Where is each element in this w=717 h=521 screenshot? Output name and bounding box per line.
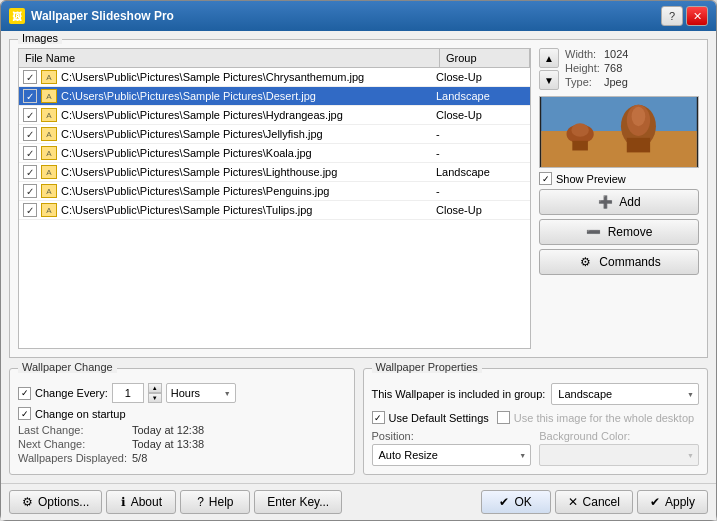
table-row[interactable]: ✓AC:\Users\Public\Pictures\Sample Pictur… [19, 106, 530, 125]
file-checkbox[interactable]: ✓ [23, 146, 37, 160]
col-filename: File Name [19, 49, 440, 67]
change-every-spinner: ▲ ▼ [148, 383, 162, 403]
table-row[interactable]: ✓AC:\Users\Public\Pictures\Sample Pictur… [19, 144, 530, 163]
bottom-sections: Wallpaper Change ✓ Change Every: ▲ ▼ Hou… [9, 368, 708, 475]
gear-icon: ⚙ [577, 254, 593, 270]
file-name: C:\Users\Public\Pictures\Sample Pictures… [61, 166, 436, 178]
svg-point-4 [632, 107, 646, 126]
help-button[interactable]: ? Help [180, 490, 250, 514]
show-preview-checkbox[interactable]: ✓ [539, 172, 552, 185]
change-on-startup-row: ✓ Change on startup [18, 407, 346, 420]
last-change-row: Last Change: Today at 12:38 [18, 424, 346, 436]
position-dropdown[interactable]: Auto Resize [372, 444, 532, 466]
info-arrows-row: ▲ ▼ Width: 1024 Height: 768 [539, 48, 699, 92]
remove-button[interactable]: ➖ Remove [539, 219, 699, 245]
add-label: Add [619, 195, 640, 209]
cancel-icon: ✕ [568, 495, 578, 509]
images-inner: File Name Group ✓AC:\Users\Public\Pictur… [18, 48, 699, 349]
file-group: - [436, 147, 526, 159]
file-name: C:\Users\Public\Pictures\Sample Pictures… [61, 71, 436, 83]
use-default-label: Use Default Settings [389, 412, 489, 424]
table-row[interactable]: ✓AC:\Users\Public\Pictures\Sample Pictur… [19, 163, 530, 182]
file-name: C:\Users\Public\Pictures\Sample Pictures… [61, 90, 436, 102]
change-every-label: Change Every: [35, 387, 108, 399]
change-every-row: ✓ Change Every: ▲ ▼ Hours [18, 383, 346, 403]
table-row[interactable]: ✓AC:\Users\Public\Pictures\Sample Pictur… [19, 68, 530, 87]
change-on-startup-checkbox[interactable]: ✓ [18, 407, 31, 420]
file-type-icon: A [41, 165, 57, 179]
spin-up[interactable]: ▲ [148, 383, 162, 393]
file-group: - [436, 128, 526, 140]
svg-point-7 [571, 123, 589, 137]
file-type-icon: A [41, 146, 57, 160]
file-list[interactable]: ✓AC:\Users\Public\Pictures\Sample Pictur… [18, 67, 531, 349]
footer: ⚙ Options... ℹ About ? Help Enter Key...… [1, 483, 716, 520]
apply-button[interactable]: ✔ Apply [637, 490, 708, 514]
add-button[interactable]: ➕ Add [539, 189, 699, 215]
main-content: Images File Name Group ✓AC:\Users\Public… [1, 31, 716, 483]
arrows-col: ▲ ▼ [539, 48, 559, 90]
title-bar: 🖼 Wallpaper Slideshow Pro ? ✕ [1, 1, 716, 31]
props-row: Position: Auto Resize Background Color: [372, 430, 700, 466]
help-titlebar-button[interactable]: ? [661, 6, 683, 26]
file-name: C:\Users\Public\Pictures\Sample Pictures… [61, 185, 436, 197]
images-section: Images File Name Group ✓AC:\Users\Public… [9, 39, 708, 358]
wallpaper-props-label: Wallpaper Properties [372, 361, 482, 373]
ok-button[interactable]: ✔ OK [481, 490, 551, 514]
title-bar-left: 🖼 Wallpaper Slideshow Pro [9, 8, 174, 24]
use-default-checkbox[interactable]: ✓ [372, 411, 385, 424]
file-checkbox[interactable]: ✓ [23, 127, 37, 141]
table-row[interactable]: ✓AC:\Users\Public\Pictures\Sample Pictur… [19, 201, 530, 220]
file-name: C:\Users\Public\Pictures\Sample Pictures… [61, 204, 436, 216]
file-checkbox[interactable]: ✓ [23, 184, 37, 198]
move-up-button[interactable]: ▲ [539, 48, 559, 68]
file-group: Close-Up [436, 109, 526, 121]
options-icon: ⚙ [22, 495, 33, 509]
table-row[interactable]: ✓AC:\Users\Public\Pictures\Sample Pictur… [19, 125, 530, 144]
use-this-image-label: Use this image for the whole desktop [514, 412, 694, 424]
props-checkboxes: ✓ Use Default Settings ✓ Use this image … [372, 411, 700, 424]
bg-color-dropdown [539, 444, 699, 466]
file-checkbox[interactable]: ✓ [23, 89, 37, 103]
height-value: 768 [604, 62, 622, 74]
spin-down[interactable]: ▼ [148, 393, 162, 403]
svg-rect-5 [627, 138, 650, 153]
file-checkbox[interactable]: ✓ [23, 165, 37, 179]
type-label: Type: [565, 76, 600, 88]
help-label: Help [209, 495, 234, 509]
use-this-image-checkbox[interactable]: ✓ [497, 411, 510, 424]
enter-key-button[interactable]: Enter Key... [254, 490, 342, 514]
interval-dropdown[interactable]: Hours [166, 383, 236, 403]
right-panel: ▲ ▼ Width: 1024 Height: 768 [539, 48, 699, 349]
position-value: Auto Resize [379, 449, 438, 461]
group-row: This Wallpaper is included in group: Lan… [372, 383, 700, 405]
group-dropdown[interactable]: Landscape [551, 383, 699, 405]
remove-icon: ➖ [586, 224, 602, 240]
file-name: C:\Users\Public\Pictures\Sample Pictures… [61, 109, 436, 121]
move-down-button[interactable]: ▼ [539, 70, 559, 90]
file-checkbox[interactable]: ✓ [23, 70, 37, 84]
about-button[interactable]: ℹ About [106, 490, 176, 514]
interval-value: Hours [171, 387, 200, 399]
bg-color-col: Background Color: [539, 430, 699, 466]
apply-icon: ✔ [650, 495, 660, 509]
preview-image [540, 97, 698, 167]
next-change-row: Next Change: Today at 13:38 [18, 438, 346, 450]
help-icon: ? [197, 495, 204, 509]
commands-button[interactable]: ⚙ Commands [539, 249, 699, 275]
change-every-checkbox[interactable]: ✓ [18, 387, 31, 400]
close-button[interactable]: ✕ [686, 6, 708, 26]
file-group: Landscape [436, 90, 526, 102]
file-type-icon: A [41, 184, 57, 198]
change-every-input[interactable] [112, 383, 144, 403]
options-button[interactable]: ⚙ Options... [9, 490, 102, 514]
file-checkbox[interactable]: ✓ [23, 108, 37, 122]
table-row[interactable]: ✓AC:\Users\Public\Pictures\Sample Pictur… [19, 87, 530, 106]
cancel-button[interactable]: ✕ Cancel [555, 490, 633, 514]
next-change-value: Today at 13:38 [132, 438, 204, 450]
group-label: This Wallpaper is included in group: [372, 388, 546, 400]
show-preview-row: ✓ Show Preview [539, 172, 699, 185]
table-row[interactable]: ✓AC:\Users\Public\Pictures\Sample Pictur… [19, 182, 530, 201]
next-change-label: Next Change: [18, 438, 128, 450]
file-checkbox[interactable]: ✓ [23, 203, 37, 217]
